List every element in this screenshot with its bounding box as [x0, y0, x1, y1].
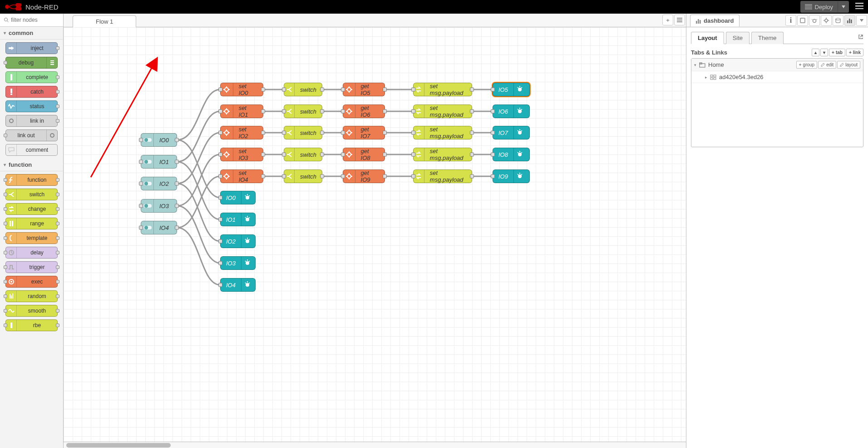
gear-icon [221, 83, 233, 96]
expand-all-button[interactable]: ▾ [820, 49, 828, 56]
palette-node-debug[interactable]: debug [5, 57, 58, 69]
palette-node-link-in[interactable]: link in [5, 115, 58, 127]
node-set-io1[interactable]: set IO1 [220, 105, 263, 118]
dashboard-open-button[interactable] [858, 34, 863, 41]
add-group-button[interactable]: +group [796, 61, 817, 69]
dashboard-tab-site[interactable]: Site [726, 32, 750, 44]
palette-node-change[interactable]: change [5, 203, 58, 215]
category-function[interactable]: ▾function [0, 159, 63, 171]
node-payload-1[interactable]: set msg.payload [413, 105, 472, 118]
node-ui-switch-io4[interactable]: IO4 [141, 221, 177, 234]
palette-filter-input[interactable] [3, 15, 60, 25]
node-led-io4[interactable]: IO4 [220, 278, 256, 292]
svg-rect-14 [10, 89, 12, 93]
node-ui-switch-io3[interactable]: IO3 [141, 199, 177, 213]
node-led-io8[interactable]: IO8 [493, 148, 530, 161]
pencil-icon [840, 63, 844, 67]
add-tab-button[interactable]: +tab [829, 49, 845, 56]
sidebar-debug-button[interactable] [809, 15, 820, 26]
sidebar-more-button[interactable] [856, 15, 867, 26]
node-switch-3[interactable]: switch [284, 148, 322, 161]
node-led-io6[interactable]: IO6 [493, 105, 530, 118]
node-red-logo-icon [5, 3, 23, 11]
node-payload-3[interactable]: set msg.payload [413, 148, 472, 161]
node-get-io5[interactable]: get IO5 [343, 83, 385, 96]
node-get-io7[interactable]: get IO7 [343, 126, 385, 139]
palette-node-comment[interactable]: comment [5, 144, 58, 156]
group-icon [710, 75, 716, 80]
edit-tab-button[interactable]: edit [818, 61, 836, 69]
palette-node-trigger[interactable]: trigger [5, 261, 58, 273]
node-led-io7[interactable]: IO7 [493, 126, 530, 139]
node-set-io4[interactable]: set IO4 [220, 169, 263, 183]
node-switch-2[interactable]: switch [284, 126, 322, 139]
node-payload-2[interactable]: set msg.payload [413, 126, 472, 139]
sidebar-context-button[interactable] [833, 15, 843, 26]
sidebar-tab-dashboard[interactable]: dashboard [690, 15, 740, 27]
palette-node-smooth[interactable]: smooth [5, 305, 58, 317]
node-led-io9[interactable]: IO9 [493, 169, 530, 183]
chevron-right-icon: ▸ [705, 75, 707, 80]
node-ui-switch-io0[interactable]: IO0 [141, 133, 177, 147]
sidebar-dashboard-button[interactable] [844, 15, 855, 26]
palette-node-complete[interactable]: complete [5, 71, 58, 83]
svg-point-100 [518, 174, 522, 178]
node-switch-0[interactable]: switch [284, 83, 322, 96]
node-get-io9[interactable]: get IO9 [343, 169, 385, 183]
flow-tab[interactable]: Flow 1 [73, 15, 136, 27]
caret-down-icon: ▾ [823, 50, 825, 55]
palette-node-template[interactable]: template [5, 232, 58, 244]
collapse-all-button[interactable]: ▴ [812, 49, 819, 56]
svg-rect-26 [12, 294, 13, 299]
palette-node-exec[interactable]: exec [5, 276, 58, 288]
svg-rect-3 [805, 4, 812, 6]
dashboard-tab-layout[interactable]: Layout [691, 32, 724, 44]
node-led-io1[interactable]: IO1 [220, 213, 256, 226]
plus-icon: + [666, 17, 670, 24]
add-flow-button[interactable]: + [662, 15, 673, 25]
deploy-dropdown[interactable] [838, 1, 849, 13]
flow-canvas[interactable]: IO0 IO1 IO2 IO3 IO4 IO0 IO1 IO2 IO3 IO4 … [64, 27, 686, 442]
node-payload-0[interactable]: set msg.payload [413, 83, 472, 96]
chart-icon [847, 18, 853, 23]
main-menu-button[interactable] [855, 3, 863, 11]
tree-group-row[interactable]: ▸ ad420e54.3ed26 [691, 71, 863, 83]
add-link-button[interactable]: +link [846, 49, 863, 56]
palette-body[interactable]: ▾common inject debug complete catch stat… [0, 27, 63, 448]
dashboard-tab-theme[interactable]: Theme [751, 32, 783, 44]
layout-tab-button[interactable]: layout [837, 61, 860, 69]
node-get-io8[interactable]: get IO8 [343, 148, 385, 161]
node-get-io6[interactable]: get IO6 [343, 105, 385, 118]
node-led-io2[interactable]: IO2 [220, 234, 256, 248]
node-ui-switch-io1[interactable]: IO1 [141, 155, 177, 169]
palette-node-rbe[interactable]: rbe [5, 319, 58, 331]
palette-node-link-out[interactable]: link out [5, 129, 58, 141]
node-ui-switch-io2[interactable]: IO2 [141, 177, 177, 190]
palette-node-random[interactable]: random [5, 290, 58, 302]
tree-tab-home[interactable]: ▾ Home +group edit layout [691, 59, 863, 71]
node-switch-1[interactable]: switch [284, 105, 322, 118]
canvas-scrollbar-x[interactable] [64, 442, 686, 448]
node-set-io3[interactable]: set IO3 [220, 148, 263, 161]
tree-tab-label: Home [708, 61, 724, 68]
node-switch-4[interactable]: switch [284, 169, 322, 183]
palette-node-delay[interactable]: delay [5, 247, 58, 259]
palette-node-function[interactable]: function [5, 174, 58, 186]
category-common[interactable]: ▾common [0, 27, 63, 40]
sidebar-config-button[interactable] [821, 15, 832, 26]
palette-node-range[interactable]: range [5, 218, 58, 229]
deploy-button[interactable]: Deploy [800, 4, 838, 10]
sidebar-help-button[interactable] [797, 15, 808, 26]
palette-node-status[interactable]: status [5, 100, 58, 112]
node-led-io3[interactable]: IO3 [220, 256, 256, 270]
palette-node-inject[interactable]: inject [5, 42, 58, 54]
palette-node-catch[interactable]: catch [5, 86, 58, 98]
palette-node-switch[interactable]: switch [5, 189, 58, 200]
node-led-io0[interactable]: IO0 [220, 191, 256, 204]
node-set-io2[interactable]: set IO2 [220, 126, 263, 139]
node-payload-4[interactable]: set msg.payload [413, 169, 472, 183]
flow-list-button[interactable] [674, 15, 685, 25]
sidebar-info-button[interactable]: i [785, 15, 796, 26]
node-led-io5[interactable]: IO5 [493, 83, 530, 96]
node-set-io0[interactable]: set IO0 [220, 83, 263, 96]
